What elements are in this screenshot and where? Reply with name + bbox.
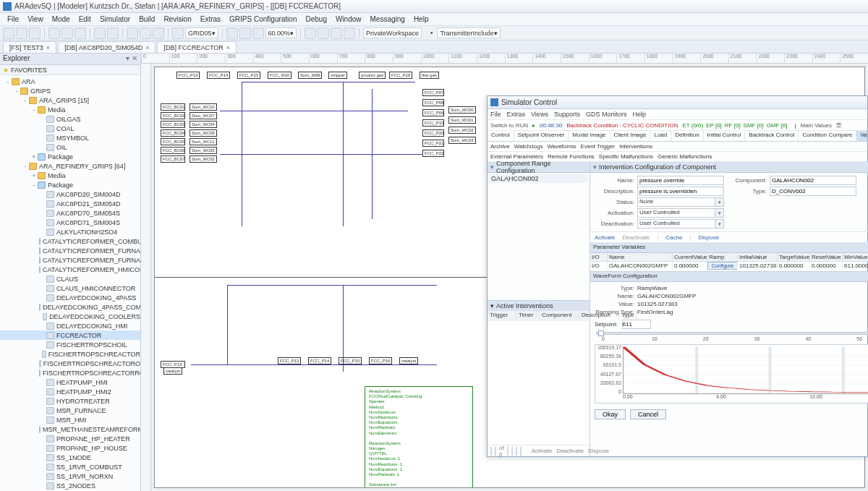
- tree-item[interactable]: AKC8PD70_SIM054S: [0, 208, 140, 218]
- menu-edit[interactable]: Edit: [75, 15, 95, 23]
- page-next-icon[interactable]: [507, 447, 509, 456]
- diagram-block[interactable]: FCC_P07: [422, 89, 444, 96]
- menu-help[interactable]: Help: [409, 15, 433, 23]
- diagram-block[interactable]: FCC_P13: [176, 72, 200, 79]
- tb-grid-combo[interactable]: GRID05 ▾: [185, 27, 218, 38]
- tree-item[interactable]: CLAUS_HMICONNECTOR: [0, 283, 140, 293]
- diagram-block[interactable]: FCC_P08: [422, 99, 444, 106]
- tree-item[interactable]: MSR_HMI: [0, 415, 140, 424]
- diagram-block[interactable]: Sum_MC02: [190, 155, 217, 163]
- diagram-block[interactable]: FCC_BC01: [161, 103, 185, 111]
- configure-button[interactable]: Configure: [707, 262, 738, 270]
- setpoint-slider[interactable]: [596, 332, 868, 335]
- diagram-block[interactable]: FCC_P21: [422, 140, 444, 147]
- tb-misc2-icon[interactable]: [318, 27, 329, 39]
- tree-item[interactable]: DELAYEDCOKING_HMI: [0, 321, 140, 330]
- tree-item[interactable]: +Package: [0, 152, 140, 161]
- setpoint-field[interactable]: [622, 320, 651, 329]
- diagram-block[interactable]: Sum_MC04: [190, 121, 217, 128]
- tree-item[interactable]: MSYMBOL: [0, 133, 140, 142]
- tb-misc3-icon[interactable]: [331, 27, 342, 39]
- diagram-block[interactable]: FCC_BC04: [161, 129, 185, 137]
- tree-item[interactable]: COAL: [0, 124, 140, 133]
- diagram-block[interactable]: Sum_MC08: [190, 129, 217, 137]
- tb-redo-icon[interactable]: [107, 27, 119, 39]
- diagram-block[interactable]: FCC_M10: [268, 72, 292, 79]
- diagram-block[interactable]: flue gas: [420, 72, 439, 79]
- tree-item[interactable]: AKC8PD71_SIM004S: [0, 218, 140, 227]
- sim-tab[interactable]: Archive: [490, 143, 510, 150]
- menu-messaging[interactable]: Messaging: [366, 15, 409, 23]
- tb-pause-icon[interactable]: [140, 27, 151, 39]
- tree-item[interactable]: CATALYTICREFORMER_COMBUSTION: [0, 236, 140, 246]
- sim-tab[interactable]: Modal Image: [569, 131, 610, 141]
- diagram-block[interactable]: Sum_MC01: [448, 116, 476, 124]
- deactivate-link[interactable]: Deactivate: [622, 234, 650, 241]
- sim-mainvalues-dd-icon[interactable]: ☰: [836, 122, 841, 129]
- tb-zoom-combo[interactable]: 60.00% ▾: [265, 27, 297, 38]
- diagram-block[interactable]: FCC_P15: [237, 72, 260, 79]
- sim-tab[interactable]: Waveforms: [547, 143, 576, 150]
- menu-file[interactable]: File: [3, 15, 23, 23]
- close-icon[interactable]: ×: [46, 44, 50, 51]
- tb-paste-icon[interactable]: [75, 27, 86, 39]
- tree-item[interactable]: SS_1RVR_NORXN: [0, 471, 140, 481]
- tree-item[interactable]: FCCREACTOR: [0, 330, 140, 340]
- diagram-block[interactable]: FCC_BC03: [161, 121, 185, 128]
- diagram-block[interactable]: FCC_P13: [278, 357, 301, 364]
- activation-combo[interactable]: User Controlled: [637, 208, 715, 218]
- sim-tab[interactable]: Interventions: [619, 143, 652, 150]
- tree-item[interactable]: HEATPUMP_HMI2: [0, 387, 140, 396]
- tree-item[interactable]: FISCHERTROPSCHREACTORRO_HMI: [0, 368, 140, 377]
- tree-item[interactable]: ALKYLATIONH2SO4: [0, 227, 140, 236]
- tb-stop-icon[interactable]: [153, 27, 164, 39]
- tree-item[interactable]: -ARA_GRIPS [15]: [0, 95, 140, 105]
- sim-tab[interactable]: Backtrack Control: [745, 131, 799, 141]
- diagram-block[interactable]: Sum_MC10: [190, 103, 217, 111]
- tree-item[interactable]: FISCHERTROPSCHREACTORO: [0, 359, 140, 368]
- tree-item[interactable]: SS_1NODE: [0, 453, 140, 462]
- description-field[interactable]: [637, 187, 724, 196]
- diagram-block[interactable]: FCC_BC06: [161, 147, 185, 154]
- diagram-block[interactable]: FCC_BC07: [161, 155, 185, 163]
- tree-item[interactable]: HYDROTREATER: [0, 396, 140, 406]
- okay-button[interactable]: Okay: [595, 409, 626, 419]
- sim-tab[interactable]: Definition: [671, 131, 703, 141]
- sim-tab[interactable]: Setpoint Observer: [514, 131, 569, 141]
- dispose-link[interactable]: Dispose: [699, 234, 720, 241]
- sim-tab[interactable]: Client Image: [610, 131, 651, 141]
- diagram-block[interactable]: Sum_MC00: [448, 106, 476, 114]
- sim-tab[interactable]: Watchdogs: [514, 143, 543, 150]
- tb-zoomfit-icon[interactable]: [239, 27, 251, 39]
- sim-tab[interactable]: Remote Functions: [548, 153, 595, 160]
- component-field[interactable]: [770, 176, 856, 185]
- tb-transmitter-combo[interactable]: TransmitterInclude ▾: [437, 27, 500, 38]
- tree-item[interactable]: AKC8PD20_SIM004D: [0, 189, 140, 199]
- active-interventions-header[interactable]: ▾ Active Interventions: [488, 300, 590, 311]
- tree-item[interactable]: SS_1RVR_COMBUST: [0, 462, 140, 471]
- tree-item[interactable]: DELAYEDCOKING_4PASS: [0, 293, 140, 302]
- tb-save-icon[interactable]: [29, 27, 41, 39]
- tree-item[interactable]: HEATPUMP_HMI: [0, 377, 140, 387]
- dropdown-icon[interactable]: ▾: [715, 208, 724, 218]
- tree-item[interactable]: MSR_METHANESTEAMREFORMER: [0, 424, 140, 434]
- tree-item[interactable]: OIL: [0, 142, 140, 152]
- diagram-block[interactable]: catalyst: [399, 357, 418, 364]
- diagram-block[interactable]: FCC_P15: [339, 357, 362, 364]
- tb-workspace-combo[interactable]: PrivateWorkspace: [363, 27, 422, 38]
- sim-title-bar[interactable]: Simulator Control: [488, 96, 867, 109]
- tb-new-icon[interactable]: [3, 27, 14, 39]
- sim-menu-item[interactable]: Help: [632, 111, 646, 118]
- tree-item[interactable]: -ARA: [0, 77, 140, 86]
- tree-item[interactable]: -GRIPS: [0, 86, 140, 95]
- diagram-block[interactable]: FCC_P20: [422, 129, 444, 137]
- activate-link[interactable]: Activate: [595, 234, 615, 241]
- menu-grips-configuration[interactable]: GRIPS Configuration: [225, 15, 301, 23]
- tree-item[interactable]: +Media: [0, 171, 140, 180]
- menu-simulator[interactable]: Simulator: [95, 15, 135, 23]
- tb-zoomin-icon[interactable]: [252, 27, 264, 39]
- sim-tab[interactable]: Control: [488, 131, 514, 141]
- sim-tab[interactable]: Generic Malfunctions: [658, 153, 712, 160]
- component-range-header[interactable]: ▾ Component Range Configuration: [488, 162, 590, 173]
- diagram-block[interactable]: Sum_M08: [298, 72, 322, 79]
